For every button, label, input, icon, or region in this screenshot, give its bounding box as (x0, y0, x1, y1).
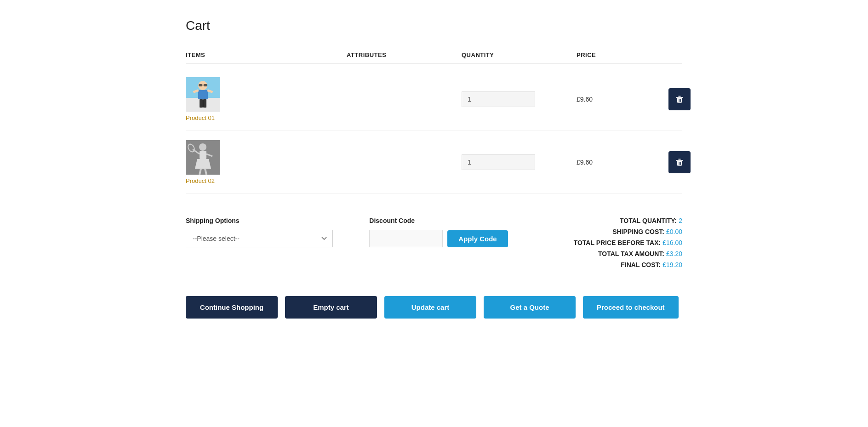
table-row: Product 02 £9.60 (186, 131, 682, 194)
quantity-cell-1 (462, 91, 577, 107)
cart-actions: Continue Shopping Empty cart Update cart… (186, 296, 682, 319)
empty-cart-button[interactable]: Empty cart (285, 296, 377, 319)
delete-button-1[interactable] (668, 88, 691, 110)
header-actions (668, 51, 705, 58)
delete-cell-1 (668, 88, 705, 110)
price-cell-2: £9.60 (577, 159, 668, 166)
header-price: PRICE (577, 51, 668, 58)
shipping-cost-value: £0.00 (666, 228, 682, 235)
tax-amount-value: £3.20 (666, 250, 682, 257)
update-cart-button[interactable]: Update cart (384, 296, 476, 319)
shipping-cost-row: SHIPPING COST: £0.00 (612, 228, 682, 235)
total-quantity-row: TOTAL QUANTITY: 2 (620, 217, 682, 224)
header-attributes: ATTRIBUTES (347, 51, 462, 58)
svg-point-12 (199, 143, 206, 151)
get-quote-button[interactable]: Get a Quote (484, 296, 576, 319)
total-quantity-label: TOTAL QUANTITY: (620, 217, 677, 224)
svg-rect-6 (198, 90, 208, 99)
total-quantity-value: 2 (679, 217, 682, 224)
page-title: Cart (186, 18, 682, 33)
product-image-svg-2 (186, 140, 220, 175)
quantity-input-1[interactable] (462, 91, 535, 107)
svg-marker-14 (195, 159, 211, 169)
shipping-cost-label: SHIPPING COST: (612, 228, 664, 235)
trash-icon-2 (675, 158, 684, 167)
tax-amount-row: TOTAL TAX AMOUNT: £3.20 (598, 250, 682, 257)
header-quantity: QUANTITY (462, 51, 577, 58)
discount-row: Apply Code (369, 230, 508, 247)
shipping-select[interactable]: --Please select-- (186, 230, 333, 247)
cart-table: ITEMS ATTRIBUTES QUANTITY PRICE (186, 51, 682, 194)
shipping-label: Shipping Options (186, 217, 333, 224)
shipping-options-section: Shipping Options --Please select-- (186, 217, 333, 247)
product-image-1 (186, 77, 220, 112)
totals-section: TOTAL QUANTITY: 2 SHIPPING COST: £0.00 T… (544, 217, 682, 268)
cart-options: Shipping Options --Please select-- Disco… (186, 212, 682, 268)
svg-rect-13 (200, 151, 206, 159)
continue-shopping-button[interactable]: Continue Shopping (186, 296, 278, 319)
svg-rect-10 (203, 99, 206, 108)
final-cost-row: FINAL COST: £19.20 (621, 261, 682, 268)
trash-icon-1 (675, 95, 684, 104)
price-before-tax-row: TOTAL PRICE BEFORE TAX: £16.00 (574, 239, 682, 246)
discount-section: Discount Code Apply Code (369, 217, 508, 247)
discount-label: Discount Code (369, 217, 508, 224)
svg-rect-9 (200, 99, 203, 108)
quantity-cell-2 (462, 154, 577, 170)
svg-rect-3 (199, 84, 202, 86)
checkout-button[interactable]: Proceed to checkout (583, 296, 679, 319)
table-row: Product 01 £9.60 (186, 68, 682, 131)
price-cell-1: £9.60 (577, 96, 668, 103)
apply-code-button[interactable]: Apply Code (447, 230, 508, 247)
quantity-input-2[interactable] (462, 154, 535, 170)
cart-header: ITEMS ATTRIBUTES QUANTITY PRICE (186, 51, 682, 63)
header-items: ITEMS (186, 51, 347, 58)
price-before-tax-label: TOTAL PRICE BEFORE TAX: (574, 239, 661, 246)
product-cell-2: Product 02 (186, 140, 347, 184)
product-name-2: Product 02 (186, 177, 215, 184)
delete-cell-2 (668, 151, 705, 173)
discount-input[interactable] (369, 230, 443, 247)
price-before-tax-value: £16.00 (662, 239, 682, 246)
product-image-svg-1 (186, 77, 220, 112)
product-image-2 (186, 140, 220, 175)
product-cell-1: Product 01 (186, 77, 347, 121)
product-name-1: Product 01 (186, 114, 215, 121)
final-cost-value: £19.20 (662, 261, 682, 268)
svg-rect-4 (204, 84, 207, 86)
tax-amount-label: TOTAL TAX AMOUNT: (598, 250, 664, 257)
final-cost-label: FINAL COST: (621, 261, 661, 268)
svg-rect-1 (186, 98, 220, 112)
delete-button-2[interactable] (668, 151, 691, 173)
